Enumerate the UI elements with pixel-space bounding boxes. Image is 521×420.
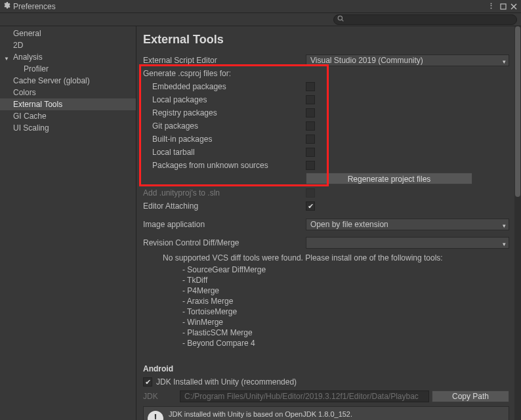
copy-path-button[interactable]: Copy Path (432, 390, 509, 402)
sidebar-item-gi-cache[interactable]: GI Cache (0, 110, 136, 122)
add-unityproj-label: Add .unityproj's to .sln (143, 188, 306, 198)
external-editor-dropdown[interactable]: Visual Studio 2019 (Community) ▾ (306, 54, 509, 66)
page-title: External Tools (143, 33, 509, 47)
sidebar-item-profiler[interactable]: Profiler (0, 63, 136, 75)
sidebar-item-cache-server[interactable]: Cache Server (global) (0, 75, 136, 87)
sidebar-item-general[interactable]: General (0, 28, 136, 39)
kebab-icon[interactable]: ⋮ (487, 2, 496, 11)
csproj-registry-checkbox[interactable] (306, 108, 315, 117)
csproj-builtin-checkbox[interactable] (306, 135, 315, 144)
main-panel: External Tools External Script Editor Vi… (136, 26, 521, 420)
revision-info: No supported VCS diff tools were found. … (143, 250, 509, 351)
jdk-installed-checkbox[interactable]: ✔ (143, 377, 152, 387)
sidebar-item-ui-scaling[interactable]: UI Scaling (0, 122, 136, 134)
editor-attaching-label: Editor Attaching (143, 201, 306, 211)
csproj-unknown-label: Packages from unknown sources (143, 161, 306, 170)
csproj-builtin-label: Built-in packages (143, 135, 306, 144)
image-app-label: Image application (143, 220, 306, 229)
android-heading: Android (143, 364, 509, 373)
sidebar-item-external-tools[interactable]: External Tools (0, 98, 136, 110)
maximize-icon[interactable] (499, 2, 508, 11)
search-icon (337, 15, 344, 23)
jdk-path-field: C:/Program Files/Unity/Hub/Editor/2019.3… (180, 390, 429, 402)
svg-line-4 (342, 19, 344, 21)
gear-icon (3, 1, 10, 11)
vertical-scrollbar[interactable] (514, 26, 521, 420)
csproj-git-checkbox[interactable] (306, 121, 315, 131)
jdk-installed-label: JDK Installed with Unity (recommended) (156, 377, 297, 387)
csproj-unknown-checkbox[interactable] (306, 161, 315, 170)
regenerate-button[interactable]: Regenerate project files (306, 173, 472, 184)
chevron-down-icon: ▾ (503, 220, 506, 230)
svg-rect-0 (501, 4, 506, 9)
sidebar: General 2D ▼ Analysis Profiler Cache Ser… (0, 26, 136, 420)
revision-dropdown[interactable]: ▾ (306, 237, 509, 249)
csproj-local-checkbox[interactable] (306, 95, 315, 104)
editor-attaching-checkbox[interactable]: ✔ (306, 201, 315, 211)
sidebar-item-colors[interactable]: Colors (0, 87, 136, 98)
external-editor-label: External Script Editor (143, 56, 306, 65)
csproj-embedded-checkbox[interactable] (306, 82, 315, 91)
csproj-embedded-label: Embedded packages (143, 82, 306, 91)
image-app-dropdown[interactable]: Open by file extension ▾ (306, 219, 509, 230)
chevron-down-icon: ▾ (503, 56, 506, 66)
info-icon: ! (148, 411, 163, 420)
window-title: Preferences (13, 2, 486, 11)
search-row (0, 13, 521, 26)
jdk-label: JDK (143, 392, 180, 401)
chevron-down-icon: ▾ (503, 239, 506, 249)
sidebar-item-analysis[interactable]: ▼ Analysis (0, 51, 136, 63)
jdk-info-message: ! JDK installed with Unity is based on O… (143, 406, 509, 420)
csproj-registry-label: Registry packages (143, 108, 306, 117)
csproj-tarball-label: Local tarball (143, 148, 306, 157)
sidebar-item-2d[interactable]: 2D (0, 39, 136, 51)
revision-label: Revision Control Diff/Merge (143, 238, 306, 247)
csproj-git-label: Git packages (143, 121, 306, 131)
titlebar: Preferences ⋮ (0, 0, 521, 13)
search-input[interactable] (333, 14, 517, 25)
close-icon[interactable] (509, 2, 518, 11)
csproj-heading: Generate .csproj files for: (143, 69, 306, 78)
svg-point-3 (338, 16, 342, 20)
csproj-tarball-checkbox[interactable] (306, 148, 315, 157)
scrollbar-thumb[interactable] (515, 26, 520, 197)
add-unityproj-checkbox (306, 188, 315, 198)
csproj-local-label: Local packages (143, 95, 306, 104)
